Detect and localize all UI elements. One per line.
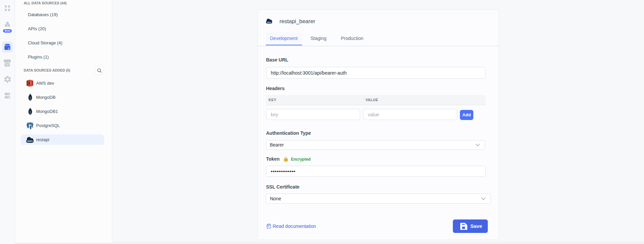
svg-text:{REST}: {REST} — [267, 22, 271, 23]
svg-text:{REST}: {REST} — [27, 140, 33, 142]
